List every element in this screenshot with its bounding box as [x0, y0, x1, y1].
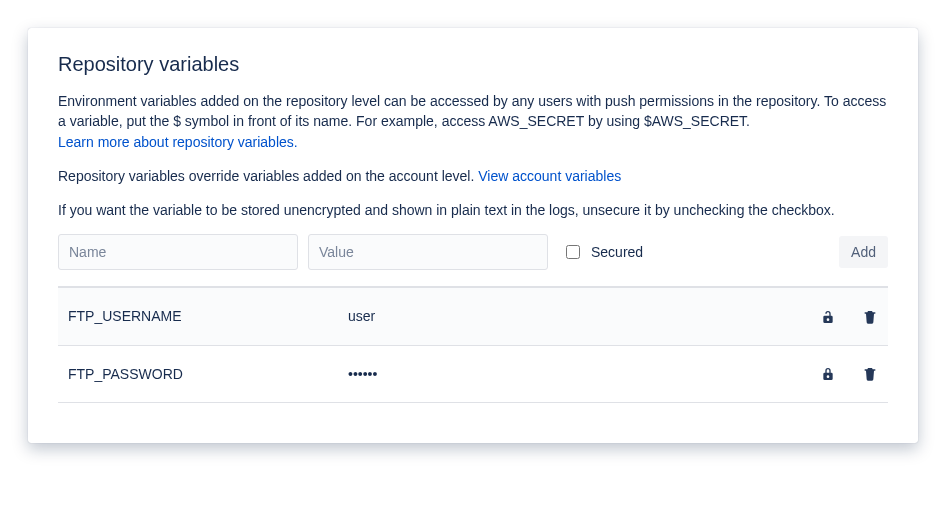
- variable-value: ••••••: [348, 364, 820, 384]
- learn-more-link[interactable]: Learn more about repository variables.: [58, 134, 298, 150]
- variable-name: FTP_USERNAME: [68, 306, 348, 326]
- variable-value: user: [348, 306, 820, 326]
- trash-icon[interactable]: [862, 366, 878, 382]
- row-actions: [820, 366, 878, 382]
- unlock-icon[interactable]: [820, 309, 836, 325]
- repository-variables-panel: Repository variables Environment variabl…: [28, 28, 918, 443]
- description-line: Environment variables added on the repos…: [58, 93, 886, 129]
- secured-label: Secured: [591, 242, 643, 262]
- variable-value-input[interactable]: [308, 234, 548, 270]
- variable-row: FTP_PASSWORD ••••••: [58, 346, 888, 403]
- unsecure-note: If you want the variable to be stored un…: [58, 200, 888, 220]
- add-variable-form: Secured Add: [58, 234, 888, 288]
- view-account-variables-link[interactable]: View account variables: [478, 168, 621, 184]
- secured-checkbox[interactable]: [566, 245, 580, 259]
- override-note: Repository variables override variables …: [58, 166, 888, 186]
- variable-name: FTP_PASSWORD: [68, 364, 348, 384]
- description-text: Environment variables added on the repos…: [58, 91, 888, 152]
- trash-icon[interactable]: [862, 309, 878, 325]
- variable-row: FTP_USERNAME user: [58, 288, 888, 345]
- lock-icon[interactable]: [820, 366, 836, 382]
- secured-toggle[interactable]: Secured: [562, 242, 643, 262]
- add-button[interactable]: Add: [839, 236, 888, 268]
- override-note-text: Repository variables override variables …: [58, 168, 478, 184]
- row-actions: [820, 309, 878, 325]
- page-title: Repository variables: [58, 50, 888, 79]
- variable-name-input[interactable]: [58, 234, 298, 270]
